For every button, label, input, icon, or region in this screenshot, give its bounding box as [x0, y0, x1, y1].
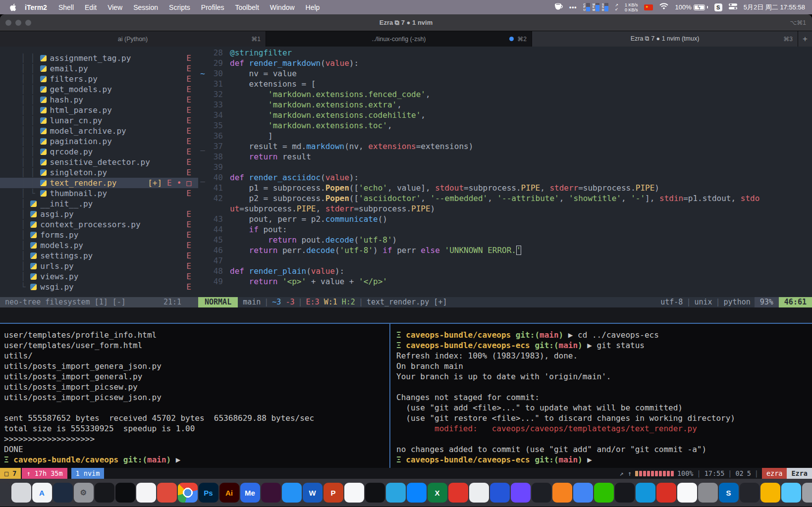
- tree-item-pagination.py[interactable]: │ │ pagination.pyE: [0, 136, 198, 147]
- dock-icon-2[interactable]: [11, 483, 31, 503]
- dock-icon-settings[interactable]: ⚙: [74, 483, 94, 503]
- network-speed[interactable]: 1 KB/s0 KB/s: [625, 2, 638, 12]
- wifi-icon[interactable]: [659, 3, 668, 11]
- tab-2[interactable]: ../linux-config (-zsh)⌘2: [266, 31, 532, 47]
- tree-item-html_parse.py[interactable]: │ │ html_parse.pyE: [0, 105, 198, 115]
- dock-icon-8[interactable]: [136, 483, 156, 503]
- terminal-pane-git[interactable]: Ξ caveops-bundle/caveops git:(main) ▶ cd…: [390, 324, 812, 468]
- dock-icon-31[interactable]: [615, 483, 635, 503]
- dock-icon-26[interactable]: [511, 483, 531, 503]
- dock-icon-39[interactable]: [781, 483, 801, 503]
- dock-icon-23[interactable]: [448, 483, 468, 503]
- dock-icon-28[interactable]: [552, 483, 572, 503]
- dock-icon-7[interactable]: [115, 483, 135, 503]
- tree-item-views.py[interactable]: │ views.pyE: [0, 271, 198, 282]
- tree-item-filters.py[interactable]: │ │ filters.pyE: [0, 74, 198, 84]
- tmux-window-badge[interactable]: 1 nvim: [71, 468, 105, 479]
- file-tree[interactable]: │ │ assignment_tag.pyE│ │ email.pyE│ │ f…: [0, 47, 198, 297]
- tree-item-models.py[interactable]: │ models.pyE: [0, 240, 198, 251]
- close-button[interactable]: [5, 20, 11, 26]
- dock-icon-appstore[interactable]: A: [32, 483, 52, 503]
- dock-icon-4[interactable]: [53, 483, 73, 503]
- dock-icon-37[interactable]: [740, 483, 759, 503]
- tree-item-settings.py[interactable]: │ settings.pyE: [0, 251, 198, 261]
- menu-edit[interactable]: Edit: [79, 3, 102, 11]
- dock-icon-21[interactable]: [407, 483, 427, 503]
- control-center-icon[interactable]: [729, 3, 737, 11]
- zoom-button[interactable]: [25, 20, 31, 26]
- tree-item-wsgi.py[interactable]: └ wsgi.pyE: [0, 282, 198, 292]
- dock-icon-24[interactable]: [469, 483, 489, 503]
- dock-icon-powerpoint[interactable]: P: [324, 483, 343, 503]
- dock-icon-illustrator[interactable]: Ai: [219, 483, 239, 503]
- tree-item-hash.py[interactable]: │ │ hash.pyE: [0, 95, 198, 105]
- input-source-flag-icon[interactable]: ★: [644, 4, 653, 10]
- dock-icon-excel[interactable]: X: [428, 483, 447, 503]
- menu-app-name[interactable]: iTerm2: [19, 3, 53, 11]
- tree-item-qrcode.py[interactable]: │ │ qrcode.pyE: [0, 147, 198, 157]
- menu-shell[interactable]: Shell: [53, 3, 79, 11]
- terminal-pane-rsync[interactable]: user/templates/profile_info.htmluser/tem…: [0, 324, 389, 468]
- dock-icon-38[interactable]: [760, 483, 780, 503]
- code-buffer[interactable]: 28@stringfilter 29def render_markdown(va…: [198, 47, 812, 297]
- tree-item-thumbnail.py[interactable]: │ └ thumbnail.pyE: [0, 188, 198, 199]
- network-arrows-icon[interactable]: ↗↙: [615, 3, 618, 11]
- menu-profiles[interactable]: Profiles: [196, 3, 230, 11]
- dock-icon-9[interactable]: [157, 483, 177, 503]
- apple-menu[interactable]: [7, 3, 19, 11]
- menu-window[interactable]: Window: [265, 3, 300, 11]
- dock-icon-13[interactable]: Me: [240, 483, 260, 503]
- ssd-meter[interactable]: SSD: [602, 3, 608, 11]
- tree-item-forms.py[interactable]: │ forms.pyE: [0, 230, 198, 240]
- dock-icon-29[interactable]: [573, 483, 593, 503]
- dock-icon-trash[interactable]: [802, 483, 812, 503]
- tab-1[interactable]: ai (Python)⌘1: [0, 31, 266, 47]
- dock-icon-35[interactable]: [698, 483, 718, 503]
- shottr-icon[interactable]: S: [714, 3, 722, 11]
- tree-item-assignment_tag.py[interactable]: │ │ assignment_tag.pyE: [0, 53, 198, 63]
- dock-icon-15[interactable]: [282, 483, 302, 503]
- tree-item-urls.py[interactable]: │ urls.pyE: [0, 261, 198, 271]
- menu-view[interactable]: View: [102, 3, 128, 11]
- dock-icon-telegram[interactable]: [386, 483, 406, 503]
- dock-icon-wechat[interactable]: [594, 483, 614, 503]
- dock-icon-shottr[interactable]: S: [719, 483, 739, 503]
- tab-3[interactable]: Ezra ⧉ 7 ● 1 nvim (tmux)⌘3: [532, 31, 798, 47]
- new-tab-button[interactable]: +: [798, 31, 812, 47]
- tree-item-lunar_cn.py[interactable]: │ │ lunar_cn.pyE: [0, 115, 198, 126]
- cpu-meter[interactable]: CPU: [584, 3, 590, 11]
- menu-help[interactable]: Help: [300, 3, 325, 11]
- dock-icon-34[interactable]: [677, 483, 697, 503]
- minimize-button[interactable]: [15, 20, 21, 26]
- tree-item-email.py[interactable]: │ │ email.pyE: [0, 63, 198, 74]
- battery-status[interactable]: 100% ϟ: [675, 3, 707, 11]
- dock-icon-photoshop[interactable]: Ps: [199, 483, 218, 503]
- dock-icon-launchpad[interactable]: [95, 483, 114, 503]
- menu-scripts[interactable]: Scripts: [163, 3, 196, 11]
- menu-session[interactable]: Session: [128, 3, 163, 11]
- tree-item-singleton.py[interactable]: │ │ singleton.pyE: [0, 167, 198, 178]
- dock-icon-18[interactable]: [344, 483, 364, 503]
- menu-toolbelt[interactable]: Toolbelt: [230, 3, 265, 11]
- tree-item-__init__.py[interactable]: │ __init__.py: [0, 199, 198, 209]
- tree-item-model_archive.py[interactable]: │ │ model_archive.pyE: [0, 126, 198, 136]
- dock-icon-word[interactable]: W: [303, 483, 323, 503]
- tree-item-text_render.py[interactable]: │ │ text_render.py[+]E•□: [0, 178, 198, 188]
- caffeine-icon[interactable]: [554, 3, 563, 12]
- dock-icon-25[interactable]: [490, 483, 510, 503]
- bartender-dots-icon[interactable]: •••: [569, 4, 577, 11]
- tree-item-sensitive_detector.py[interactable]: │ │ sensitive_detector.pyE: [0, 157, 198, 167]
- dock-icon-27[interactable]: [532, 483, 551, 503]
- dock-icon-chrome[interactable]: [178, 483, 198, 503]
- dock-icon-19[interactable]: [365, 483, 385, 503]
- dock-icon-1[interactable]: [0, 483, 10, 503]
- dock-icon-33[interactable]: [656, 483, 676, 503]
- mem-meter[interactable]: MEM: [593, 3, 599, 11]
- window-title-bar[interactable]: Ezra ⧉ 7 ● 1 nvim ⌥⌘1: [0, 14, 812, 31]
- tree-item-context_processors.py[interactable]: │ context_processors.pyE: [0, 219, 198, 230]
- dock-icon-14[interactable]: [261, 483, 281, 503]
- tree-item-get_models.py[interactable]: │ │ get_models.pyE: [0, 84, 198, 95]
- menu-bar-clock[interactable]: 5月2日 周二 17:55:58: [744, 3, 805, 12]
- tree-item-asgi.py[interactable]: │ asgi.pyE: [0, 209, 198, 219]
- dock-icon-32[interactable]: [636, 483, 655, 503]
